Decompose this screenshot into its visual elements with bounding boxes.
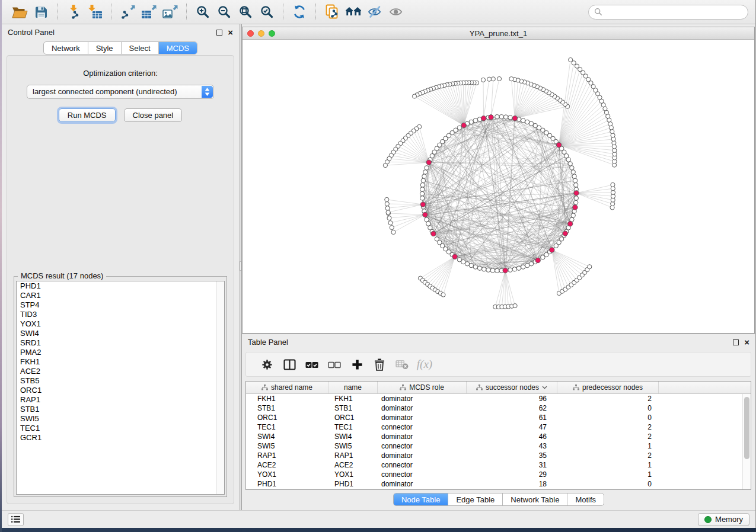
column-layout-icon[interactable] <box>278 354 301 375</box>
graph-mcds-hub-node[interactable] <box>550 248 554 252</box>
graph-node[interactable] <box>572 174 576 178</box>
graph-leaf-node[interactable] <box>481 78 485 82</box>
column-header-predecessor-nodes[interactable]: predecessor nodes <box>557 382 659 393</box>
graph-node[interactable] <box>533 123 537 127</box>
graph-mcds-hub-node[interactable] <box>420 202 425 207</box>
graph-node[interactable] <box>486 268 490 272</box>
tab-motifs[interactable]: Motifs <box>567 493 604 505</box>
graph-leaf-node[interactable] <box>513 304 517 308</box>
mcds-result-item[interactable]: RAP1 <box>17 395 224 405</box>
mcds-result-item[interactable]: ORC1 <box>17 386 224 395</box>
graph-node[interactable] <box>423 170 428 174</box>
table-row[interactable]: ORC1ORC1dominator610 <box>246 413 751 422</box>
graph-node[interactable] <box>420 191 424 196</box>
graph-mcds-hub-node[interactable] <box>426 160 431 165</box>
graph-leaf-node[interactable] <box>387 216 391 220</box>
tab-network[interactable]: Network <box>44 42 88 54</box>
graph-node[interactable] <box>426 222 430 226</box>
column-header-MCDS-role[interactable]: MCDS role <box>378 382 467 393</box>
graph-leaf-node[interactable] <box>509 77 513 81</box>
graph-mcds-hub-node[interactable] <box>481 116 486 121</box>
zoom-fit-icon[interactable] <box>235 2 256 22</box>
graph-node[interactable] <box>477 266 481 270</box>
graph-node[interactable] <box>420 187 425 191</box>
table-row[interactable]: RAP1RAP1dominator352 <box>246 451 751 460</box>
graph-node[interactable] <box>495 268 499 273</box>
table-row[interactable]: STB1STB1dominator620 <box>246 403 751 413</box>
add-column-icon[interactable] <box>346 354 368 375</box>
mcds-result-item[interactable]: STB5 <box>17 376 224 386</box>
graph-node[interactable] <box>571 170 575 174</box>
graph-leaf-node[interactable] <box>388 221 393 225</box>
mcds-result-item[interactable]: CAR1 <box>17 291 224 300</box>
graph-leaf-node[interactable] <box>611 133 615 137</box>
task-history-button[interactable] <box>8 513 24 526</box>
graph-node[interactable] <box>425 166 429 170</box>
graph-node[interactable] <box>461 259 465 264</box>
search-input[interactable] <box>602 7 742 17</box>
graph-node[interactable] <box>420 196 425 200</box>
tab-style[interactable]: Style <box>88 42 121 54</box>
graph-node[interactable] <box>525 263 529 267</box>
graph-mcds-hub-node[interactable] <box>573 205 578 210</box>
search-box[interactable] <box>588 5 748 20</box>
graph-node[interactable] <box>473 265 477 269</box>
graph-leaf-node[interactable] <box>611 182 615 187</box>
open-file-icon[interactable] <box>9 2 30 22</box>
graph-node[interactable] <box>529 262 533 266</box>
graph-leaf-node[interactable] <box>385 206 390 210</box>
graph-node[interactable] <box>490 268 495 273</box>
column-header-shared-name[interactable]: shared name <box>246 382 328 393</box>
memory-button[interactable]: Memory <box>698 513 749 526</box>
select-all-icon[interactable] <box>301 354 323 375</box>
mcds-list-scrollbar[interactable] <box>216 281 224 494</box>
open-ndex-icon[interactable] <box>343 2 364 22</box>
graph-node[interactable] <box>574 183 578 187</box>
optimization-criterion-select[interactable]: largest connected component (undirected) <box>27 85 214 99</box>
close-panel-button[interactable]: Close panel <box>124 108 183 122</box>
tab-node-table[interactable]: Node Table <box>394 493 448 505</box>
graph-mcds-hub-node[interactable] <box>431 231 436 236</box>
mcds-result-item[interactable]: ACE2 <box>17 367 224 376</box>
graph-leaf-node[interactable] <box>487 77 492 81</box>
graph-mcds-hub-node[interactable] <box>503 268 508 273</box>
graph-leaf-node[interactable] <box>610 129 614 133</box>
mcds-result-item[interactable]: SWI4 <box>17 329 224 338</box>
network-canvas[interactable] <box>243 40 754 333</box>
graph-mcds-hub-node[interactable] <box>423 212 428 217</box>
graph-node[interactable] <box>420 183 425 187</box>
export-table-icon[interactable] <box>138 2 160 22</box>
mcds-result-item[interactable]: TID3 <box>17 310 224 319</box>
graph-node[interactable] <box>482 267 486 271</box>
graph-leaf-node[interactable] <box>569 57 573 62</box>
gear-icon[interactable] <box>256 354 278 375</box>
graph-node[interactable] <box>499 114 503 118</box>
table-row[interactable]: SWI5SWI5connector431 <box>246 441 751 451</box>
column-header-successor-nodes[interactable]: successor nodes <box>467 382 557 393</box>
graph-node[interactable] <box>512 267 516 271</box>
mcds-result-item[interactable]: FKH1 <box>17 357 224 367</box>
graph-mcds-hub-node[interactable] <box>563 231 567 236</box>
graph-node[interactable] <box>516 266 521 270</box>
table-row[interactable]: SWI4SWI4dominator462 <box>246 432 751 441</box>
table-scrollbar-thumb[interactable] <box>744 397 749 459</box>
table-row[interactable]: FKH1FKH1dominator962 <box>246 394 751 403</box>
graph-node[interactable] <box>571 213 575 217</box>
graph-leaf-node[interactable] <box>386 210 390 214</box>
import-table-icon[interactable] <box>84 2 106 22</box>
node-table[interactable]: shared namenameMCDS rolesuccessor nodesp… <box>245 381 751 490</box>
graph-node[interactable] <box>508 268 512 272</box>
table-scrollbar[interactable] <box>742 394 751 489</box>
deselect-all-icon[interactable] <box>323 354 346 375</box>
delete-column-icon[interactable] <box>368 354 391 375</box>
graph-mcds-hub-node[interactable] <box>512 116 517 121</box>
graph-mcds-hub-node[interactable] <box>452 254 457 259</box>
export-image-icon[interactable] <box>160 2 181 22</box>
mcds-result-item[interactable]: STB1 <box>17 405 224 414</box>
graph-leaf-node[interactable] <box>441 293 445 297</box>
graph-node[interactable] <box>574 200 578 204</box>
graph-node[interactable] <box>529 121 533 126</box>
mcds-result-item[interactable]: PMA2 <box>17 348 224 357</box>
close-panel-icon[interactable]: × <box>228 30 233 36</box>
graph-mcds-hub-node[interactable] <box>489 115 493 120</box>
